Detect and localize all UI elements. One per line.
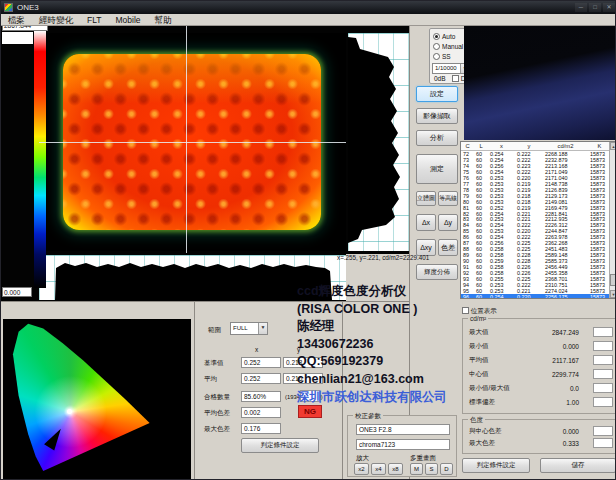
luminance-unit-title: cd/m²	[468, 315, 488, 323]
multi-D-button[interactable]: D	[440, 463, 453, 475]
save-button[interactable]: 儲存	[540, 458, 616, 473]
luminance-stats-group: cd/m² 最大值2847.249最小值0.000平均值2117.167中心值2…	[462, 318, 616, 414]
stereo-view-button[interactable]: 立體圖	[416, 191, 436, 206]
analyze-button[interactable]: 分析	[416, 130, 458, 146]
table-row[interactable]: 96600.2540.2202256.17515873	[461, 294, 611, 299]
stat-input[interactable]	[593, 327, 613, 337]
stat-row: 最小值0.000	[463, 339, 616, 353]
scroll-up-icon[interactable]: ▲	[610, 142, 616, 150]
table-col-header: L	[474, 142, 488, 150]
radio-icon	[433, 33, 440, 40]
app-icon	[4, 3, 13, 12]
menu-item-0[interactable]: 檔案	[1, 14, 32, 26]
judge-condition-button[interactable]: 判定條件設定	[241, 438, 319, 453]
judge-condition-button-2[interactable]: 判定條件設定	[462, 458, 530, 473]
calibration-lens-field: ONE3 F2.8	[356, 424, 450, 435]
cie-chromaticity-diagram[interactable]	[3, 319, 191, 479]
delta-y-button[interactable]: Δy	[438, 214, 458, 231]
average-label: 平均	[204, 374, 217, 384]
zoom-x4-button[interactable]: x4	[371, 463, 386, 475]
scrollbar-thumb[interactable]	[610, 274, 616, 286]
vertical-profile-plot	[348, 33, 409, 251]
stat-input[interactable]	[593, 383, 613, 393]
stat-row: 中心值2299.774	[463, 367, 616, 381]
table-col-header: K	[588, 142, 611, 150]
stat-input[interactable]	[593, 438, 613, 448]
range-value: FULL	[233, 325, 248, 331]
chevron-down-icon: ▼	[258, 323, 267, 334]
col-x-header: x	[255, 345, 258, 355]
chromaticity-stats-group: 色度 與中心色差0.000最大色差0.333	[462, 419, 616, 454]
stat-input[interactable]	[593, 369, 613, 379]
minimize-button[interactable]: ─	[575, 3, 587, 12]
image-capture-button[interactable]: 影像擷取	[416, 108, 458, 124]
zoom-buttons: x2x4x8	[354, 463, 403, 475]
cie-horseshoe	[3, 319, 191, 479]
avg-color-diff-field: 0.002	[241, 407, 281, 418]
table-scrollbar[interactable]: ▲ ▼	[609, 142, 616, 298]
calibration-group: 校正參數 ONE3 F2.8 chroma7123 放大 x2x4x8 多重畫面…	[347, 415, 457, 477]
close-button[interactable]: ✕	[603, 3, 615, 12]
calibration-chroma-field: chroma7123	[356, 439, 450, 450]
menu-item-2[interactable]: FLT	[80, 14, 108, 26]
luminance-distribution-button[interactable]: 輝度分佈	[416, 264, 458, 280]
checkbox-icon	[452, 75, 459, 82]
table-col-header: y	[515, 142, 543, 150]
menu-item-4[interactable]: 幫助	[148, 14, 179, 26]
zoom-x8-button[interactable]: x8	[388, 463, 403, 475]
scroll-down-icon[interactable]: ▼	[610, 290, 616, 298]
average-y-field[interactable]: 0.216	[283, 373, 323, 384]
table-header-row: CLxycd/m2K	[461, 142, 611, 151]
delta-x-button[interactable]: Δx	[416, 214, 436, 231]
measurement-table[interactable]: CLxycd/m2K 72600.2540.2222268.1881587373…	[460, 141, 616, 299]
cursor-readout: x=.255, y=.221, cd/m2=2229.401	[337, 252, 465, 263]
range-label: 範圍	[208, 325, 221, 335]
horizontal-profile-plot	[39, 255, 346, 300]
stat-row: 平均值2117.167	[463, 353, 616, 367]
stat-input[interactable]	[593, 341, 613, 351]
range-select[interactable]: FULL ▼	[230, 322, 268, 335]
gain-label: 0dB	[434, 74, 446, 84]
title-bar: ONE3 ─ □ ✕	[1, 1, 616, 14]
white-point-marker	[67, 409, 72, 414]
chromaticity-title: 色度	[468, 416, 485, 424]
set-button[interactable]: 設定	[416, 86, 458, 102]
multi-screen-buttons: MSD	[410, 463, 453, 475]
checkbox-icon	[462, 307, 469, 314]
crosshair-horizontal[interactable]	[39, 142, 346, 143]
app-window: ONE3 ─ □ ✕ 檔案經時變化FLTMobile幫助 2867.844 0.…	[0, 0, 616, 480]
color-scale-ramp	[34, 31, 46, 288]
stat-row: 標準偏差1.00	[463, 395, 616, 409]
position-display-label: 位置表示	[471, 307, 497, 314]
divider	[342, 301, 343, 480]
menu-bar: 檔案經時變化FLTMobile幫助	[1, 14, 616, 26]
menu-item-3[interactable]: Mobile	[108, 14, 147, 26]
divider	[194, 301, 195, 480]
col-y-header: y	[297, 345, 300, 355]
max-color-diff-label: 最大色差	[204, 424, 230, 434]
stat-input[interactable]	[593, 426, 613, 436]
reference-label: 基準值	[204, 358, 224, 368]
contour-button[interactable]: 等高線	[438, 191, 458, 206]
stat-input[interactable]	[593, 397, 613, 407]
multi-S-button[interactable]: S	[425, 463, 438, 475]
zoom-x2-button[interactable]: x2	[354, 463, 369, 475]
multi-M-button[interactable]: M	[410, 463, 423, 475]
menu-item-1[interactable]: 經時變化	[32, 14, 80, 26]
stat-row: 與中心色差0.000	[463, 425, 616, 437]
stat-row: 最小值/最大值0.0	[463, 381, 616, 395]
reference-y-field[interactable]: 0.218	[283, 357, 323, 368]
stat-row: 最大值2847.249	[463, 325, 616, 339]
table-col-header: C	[461, 142, 474, 150]
crosshair-vertical[interactable]	[186, 26, 187, 253]
measure-button[interactable]: 測定	[416, 154, 458, 184]
maximize-button[interactable]: □	[589, 3, 601, 12]
shutter-value: 1/10000	[435, 65, 457, 71]
colorbar-widget	[2, 32, 33, 44]
stat-input[interactable]	[593, 355, 613, 365]
pass-count-label: 合格數量	[204, 392, 230, 402]
average-x-field[interactable]: 0.252	[241, 373, 281, 384]
max-color-diff-field: 0.176	[241, 423, 281, 434]
reference-x-field[interactable]: 0.252	[241, 357, 281, 368]
colorbar-min-label: 0.000	[2, 287, 32, 297]
